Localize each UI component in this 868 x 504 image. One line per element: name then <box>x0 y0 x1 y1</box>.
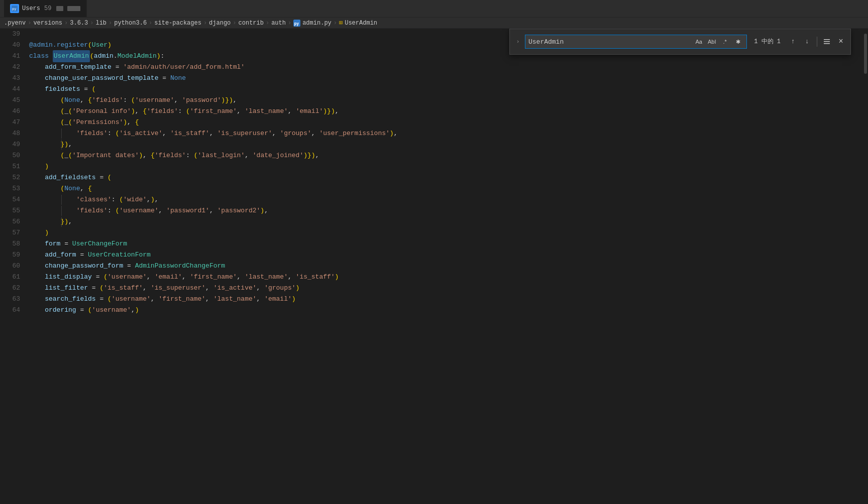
tab-number: 59 <box>44 5 51 12</box>
line-number-47: 47 <box>4 117 20 128</box>
svg-text:py: py <box>12 7 16 11</box>
code-editor[interactable]: @admin.register(User) class UserAdmin(ad… <box>25 29 861 504</box>
line-number-62: 62 <box>4 283 20 294</box>
scrollbar-thumb[interactable] <box>864 34 867 74</box>
match-word-label: AbI <box>708 39 716 45</box>
match-word-button[interactable]: AbI <box>706 37 717 47</box>
breadcrumb-item-versions[interactable]: versions <box>33 20 62 27</box>
code-line-60: change_password_form = AdminPasswordChan… <box>25 261 861 272</box>
line-number-59: 59 <box>4 249 20 261</box>
use-regex-button[interactable]: .* <box>719 37 730 47</box>
line-number-44: 44 <box>4 84 20 95</box>
line-number-61: 61 <box>4 272 20 283</box>
svg-rect-5 <box>824 41 830 42</box>
tab-icon-placeholder2 <box>67 6 80 11</box>
code-line-49: }), <box>25 139 861 150</box>
line-number-54: 54 <box>4 194 20 205</box>
code-line-52: add_fieldsets = ( <box>25 172 861 183</box>
line-number-60: 60 <box>4 261 20 272</box>
tab-icon-placeholder1 <box>56 6 63 11</box>
search-widget: › Aa AbI .* ✱ 1 中的 1 <box>509 29 851 55</box>
match-case-label: Aa <box>695 39 702 45</box>
breadcrumb-item-django[interactable]: django <box>209 20 231 27</box>
code-line-47: (_('Permissions'), { <box>25 117 861 128</box>
line-number-46: 46 <box>4 106 20 117</box>
close-icon: × <box>838 38 843 46</box>
svg-text:py: py <box>294 21 299 26</box>
breadcrumb-item-auth[interactable]: auth <box>271 20 286 27</box>
breadcrumb-item-useradmin[interactable]: UserAdmin <box>345 20 377 27</box>
tab-label: Users <box>22 5 40 12</box>
line-number-40: 40 <box>4 40 20 51</box>
line-number-42: 42 <box>4 62 20 73</box>
code-line-56: }), <box>25 216 861 227</box>
tab-bar: py Users 59 <box>0 0 868 18</box>
search-prev-button[interactable]: ↑ <box>788 36 799 47</box>
line-number-50: 50 <box>4 150 20 161</box>
code-line-54: 'classes': ('wide',), <box>25 194 861 205</box>
search-input[interactable] <box>528 38 691 46</box>
line-number-41: 41 <box>4 51 20 62</box>
breadcrumb-bar: .pyenv › versions › 3.6.3 › lib › python… <box>0 18 868 29</box>
code-line-44: fieldsets = ( <box>25 84 861 95</box>
code-line-43: change_user_password_template = None <box>25 73 861 84</box>
svg-rect-6 <box>824 43 830 44</box>
code-line-42: add_form_template = 'admin/auth/user/add… <box>25 62 861 73</box>
search-divider <box>817 37 817 47</box>
search-menu-button[interactable] <box>821 36 832 47</box>
code-line-62: list_filter = ('is_staff', 'is_superuser… <box>25 283 861 294</box>
line-number-57: 57 <box>4 227 20 238</box>
line-number-48: 48 <box>4 128 20 139</box>
breadcrumb-item-python36[interactable]: python3.6 <box>114 20 147 27</box>
breadcrumb-item-363[interactable]: 3.6.3 <box>70 20 88 27</box>
search-result-count: 1 中的 1 <box>750 36 785 47</box>
code-line-63: search_fields = ('username', 'first_name… <box>25 294 861 305</box>
search-next-button[interactable]: ↓ <box>802 36 813 47</box>
line-number-43: 43 <box>4 73 20 84</box>
line-number-49: 49 <box>4 139 20 150</box>
editor-area: 39 40 41 42 43 44 45 46 47 48 49 50 51 5… <box>0 29 868 504</box>
breadcrumb-item-site-packages[interactable]: site-packages <box>154 20 201 27</box>
line-number-64: 64 <box>4 305 20 316</box>
line-numbers: 39 40 41 42 43 44 45 46 47 48 49 50 51 5… <box>0 29 25 504</box>
line-number-51: 51 <box>4 161 20 172</box>
code-line-46: (_('Personal info'), {'fields': ('first_… <box>25 106 861 117</box>
users-icon: py <box>10 4 19 13</box>
line-number-45: 45 <box>4 95 20 106</box>
breadcrumb-item-contrib[interactable]: contrib <box>239 20 264 27</box>
breadcrumb-python-icon: py <box>293 20 300 27</box>
breadcrumb-item-admin-py[interactable]: admin.py <box>302 20 332 27</box>
code-line-58: form = UserChangeForm <box>25 238 861 249</box>
line-number-53: 53 <box>4 183 20 194</box>
line-number-55: 55 <box>4 205 20 216</box>
code-line-48: 'fields': ('is_active', 'is_staff', 'is_… <box>25 128 861 139</box>
code-line-57: ) <box>25 227 861 238</box>
line-number-58: 58 <box>4 238 20 249</box>
line-number-39: 39 <box>4 29 20 40</box>
code-line-53: (None, { <box>25 183 861 194</box>
svg-rect-4 <box>824 39 830 40</box>
line-number-63: 63 <box>4 294 20 305</box>
code-line-55: 'fields': ('username', 'password1', 'pas… <box>25 205 861 216</box>
line-number-56: 56 <box>4 216 20 227</box>
code-line-59: add_form = UserCreationForm <box>25 249 861 261</box>
code-line-50: (_('Important dates'), {'fields': ('last… <box>25 150 861 161</box>
regex-label: .* <box>723 39 727 45</box>
search-expand-icon[interactable]: › <box>514 36 522 47</box>
line-number-52: 52 <box>4 172 20 183</box>
breadcrumb-item-pyenv[interactable]: .pyenv <box>4 20 26 27</box>
token-decorator: @admin <box>29 40 53 51</box>
code-line-51: ) <box>25 161 861 172</box>
match-case-button[interactable]: Aa <box>693 37 704 47</box>
breadcrumb-item-lib[interactable]: lib <box>95 20 106 27</box>
breadcrumb-symbol-icon: ⊞ <box>339 19 343 27</box>
extra-option-button[interactable]: ✱ <box>732 37 743 47</box>
hamburger-icon <box>824 39 830 44</box>
code-line-45: (None, {'fields': ('username', 'password… <box>25 95 861 106</box>
editor-scrollbar[interactable] <box>861 29 868 504</box>
code-line-61: list_display = ('username', 'email', 'fi… <box>25 272 861 283</box>
tab-admin-py[interactable]: py Users 59 <box>4 0 87 18</box>
code-line-64: ordering = ('username',) <box>25 305 861 316</box>
search-close-button[interactable]: × <box>835 36 846 47</box>
search-input-wrapper: Aa AbI .* ✱ <box>525 35 747 49</box>
